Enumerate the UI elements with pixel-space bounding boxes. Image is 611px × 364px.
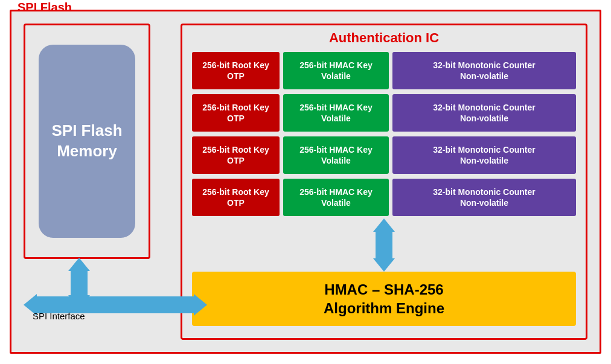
hmac-key-volatile-1: 256-bit HMAC KeyVolatile	[283, 52, 389, 89]
hmac-sha-box: HMAC – SHA-256Algorithm Engine	[192, 272, 576, 326]
monotonic-counter-4: 32-bit Monotonic CounterNon-volatile	[392, 179, 576, 216]
hmac-key-volatile-3: 256-bit HMAC KeyVolatile	[283, 136, 389, 174]
spi-flash-memory-box: SPI FlashMemory	[24, 24, 150, 259]
spi-flash-title: SPI Flash	[18, 1, 72, 14]
monotonic-counter-1: 32-bit Monotonic CounterNon-volatile	[392, 52, 576, 89]
hmac-key-volatile-4: 256-bit HMAC KeyVolatile	[283, 179, 389, 216]
spi-flash-memory-chip: SPI FlashMemory	[39, 45, 135, 238]
key-row-1: 256-bit Root KeyOTP 256-bit HMAC KeyVola…	[192, 52, 576, 89]
key-row-4: 256-bit Root KeyOTP 256-bit HMAC KeyVola…	[192, 179, 576, 216]
spi-interface-label: SPI Interface	[33, 311, 85, 321]
monotonic-counter-2: 32-bit Monotonic CounterNon-volatile	[392, 94, 576, 132]
auth-ic-vertical-arrow	[373, 219, 395, 272]
auth-ic-box: Authentication IC 256-bit Root KeyOTP 25…	[181, 24, 587, 340]
monotonic-counter-3: 32-bit Monotonic CounterNon-volatile	[392, 136, 576, 174]
root-key-otp-4: 256-bit Root KeyOTP	[192, 179, 280, 216]
root-key-otp-3: 256-bit Root KeyOTP	[192, 136, 280, 174]
outer-spi-flash-container: SPI Flash SPI FlashMemory Authentication…	[10, 10, 601, 354]
key-rows-container: 256-bit Root KeyOTP 256-bit HMAC KeyVola…	[182, 52, 586, 216]
key-row-2: 256-bit Root KeyOTP 256-bit HMAC KeyVola…	[192, 94, 576, 132]
root-key-otp-1: 256-bit Root KeyOTP	[192, 52, 280, 89]
root-key-otp-2: 256-bit Root KeyOTP	[192, 94, 280, 132]
hmac-sha-label: HMAC – SHA-256Algorithm Engine	[324, 280, 444, 318]
key-row-3: 256-bit Root KeyOTP 256-bit HMAC KeyVola…	[192, 136, 576, 174]
auth-ic-title: Authentication IC	[182, 25, 586, 52]
spi-flash-memory-label: SPI FlashMemory	[51, 121, 122, 162]
hmac-key-volatile-2: 256-bit HMAC KeyVolatile	[283, 94, 389, 132]
